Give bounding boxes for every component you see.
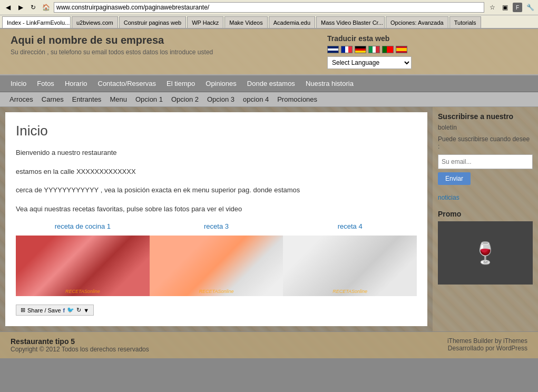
newsletter-title: Suscribirse a nuestro [438,112,533,121]
translate-section: Traducir esta web Select Language Englis… [327,34,527,69]
content-box: Inicio Bienvenido a nuestro restaurante … [5,112,427,326]
recipe-images: RECETASonline RECETASonline RECETASonlin… [16,236,417,296]
footer-right: iThemes Builder by iThemes Desarrollado … [447,337,527,352]
subnav-entrantes[interactable]: Entrantes [68,92,106,106]
sub-nav: Arroces Carnes Entrantes Menu Opcion 1 O… [0,92,538,107]
recipe-link-3[interactable]: receta 4 [283,222,417,230]
nav-opiniones[interactable]: Opiniones [200,75,242,92]
translate-label: Traducir esta web [327,34,527,43]
twitter-icon: 🐦 [67,307,74,313]
flag-uk[interactable] [327,46,339,53]
nav-horario[interactable]: Horario [60,75,93,92]
subnav-arroces[interactable]: Arroces [5,92,37,106]
reload-icon[interactable]: ↻ [28,3,38,12]
promo-image[interactable]: 🍷 [438,221,533,285]
nav-contacto[interactable]: Contacto/Reservas [93,75,162,92]
share-dropdown-icon: ▼ [83,307,89,313]
home-icon[interactable]: 🏠 [41,3,51,12]
back-icon[interactable]: ◀ [3,3,13,12]
tab-0[interactable]: Index - LinkFarmEvolu... [2,16,71,28]
para-3: cerca de YYYYYYYYYYYY , vea la posición … [16,185,417,195]
recipe-img-3[interactable]: RECETASonline [283,236,417,296]
tab-8[interactable]: Tutorials [449,16,481,28]
tab-2[interactable]: Construir paginas web [119,16,186,28]
wine-pourer-icon: 🍷 [472,241,498,266]
newsletter-subtitle: boletín [438,124,533,131]
footer-builder-2: Desarrollado por WordPress [447,345,527,352]
site-name: Aqui el nombre de su empresa [11,34,317,46]
flag-it[interactable] [368,46,380,53]
share-more-icon: ↻ [76,307,81,313]
subnav-opcion2[interactable]: Opcion 2 [167,92,203,106]
noticias-section: noticias [438,193,533,201]
nav-inicio[interactable]: Inicio [5,75,32,92]
para-4: Vea aqui nuestras recetas favoritas, pul… [16,204,417,214]
subnav-opcion4[interactable]: opcion 4 [239,92,273,106]
subnav-promociones[interactable]: Promociones [273,92,321,106]
para-1: Bienvenido a nuestro restaurante [16,148,417,158]
subnav-opcion1[interactable]: Opcion 1 [131,92,167,106]
footer-left: Restaurante tipo 5 Copyright © 2012 Todo… [11,337,149,353]
recipe-link-2[interactable]: receta 3 [150,222,283,230]
share-icon: ⊞ [21,307,25,313]
star-icon[interactable]: ☆ [487,3,497,12]
tab-1[interactable]: u2bviews.com [72,16,118,28]
address-input[interactable] [54,2,484,13]
tab-6[interactable]: Mass Video Blaster Cr... [316,16,385,28]
subnav-opcion3[interactable]: Opcion 3 [203,92,239,106]
newsletter-body: Puede suscribirse cuando desee : [438,135,533,150]
email-input[interactable] [438,154,533,169]
footer-copyright: Copyright © 2012 Todos los derechos rese… [11,346,149,353]
watermark-3: RECETASonline [332,289,367,294]
watermark-2: RECETASonline [199,289,234,294]
flag-es[interactable] [396,46,407,53]
subnav-carnes[interactable]: Carnes [37,92,68,106]
noticias-link[interactable]: noticias [438,194,459,201]
main-nav: Inicio Fotos Horario Contacto/Reservas E… [0,75,538,92]
sidebar: Suscribirse a nuestro boletín Puede susc… [433,107,538,331]
share-bar: ⊞ Share / Save f 🐦 ↻ ▼ [16,305,417,316]
subnav-menu[interactable]: Menu [105,92,131,106]
share-button[interactable]: ⊞ Share / Save f 🐦 ↻ ▼ [16,305,94,316]
recipe-link-1[interactable]: receta de cocina 1 [16,222,150,230]
tab-3[interactable]: WP Hackz [187,16,223,28]
window-icon[interactable]: ▣ [500,3,510,12]
tab-7[interactable]: Opciones: Avanzada [386,16,448,28]
flag-row [327,46,527,53]
recipe-links: receta de cocina 1 receta 3 receta 4 [16,222,417,230]
site-header-left: Aqui el nombre de su empresa Su direcció… [11,34,317,69]
flag-pt[interactable] [382,46,394,53]
watermark-1: RECETASonline [65,289,100,294]
flag-fr[interactable] [341,46,353,53]
flag-de[interactable] [355,46,366,53]
nav-tiempo[interactable]: El tiempo [161,75,200,92]
tab-5[interactable]: Academia.edu [269,16,315,28]
forward-icon[interactable]: ▶ [16,3,25,12]
promo-section: Promo 🍷 [438,210,533,285]
promo-label: Promo [438,210,533,218]
menu-icon[interactable]: F [513,3,522,12]
nav-donde[interactable]: Donde estamos [242,75,300,92]
site-address: Su dirección , su telefono su email todo… [11,48,317,56]
footer-builder-1: iThemes Builder by iThemes [447,337,527,345]
recipe-img-2[interactable]: RECETASonline [150,236,283,296]
footer-site-name: Restaurante tipo 5 [11,337,149,346]
para-2: estamos en la calle XXXXXXXXXXXXX [16,166,417,177]
nav-fotos[interactable]: Fotos [32,75,60,92]
site-footer: Restaurante tipo 5 Copyright © 2012 Todo… [0,331,538,358]
nav-historia[interactable]: Nuestra historia [300,75,359,92]
recipe-img-1[interactable]: RECETASonline [16,236,150,296]
share-label: Share / Save [27,307,61,313]
tabs-bar: Index - LinkFarmEvolu... u2bviews.com Co… [0,15,538,28]
enviar-button[interactable]: Enviar [438,172,471,185]
facebook-icon: f [63,307,65,313]
page-title: Inicio [16,123,417,139]
newsletter-section: Suscribirse a nuestro boletín Puede susc… [438,112,533,185]
language-select[interactable]: Select Language English French German It… [327,56,412,69]
tab-4[interactable]: Make Videos [224,16,267,28]
extension-icon[interactable]: 🔧 [525,3,535,12]
